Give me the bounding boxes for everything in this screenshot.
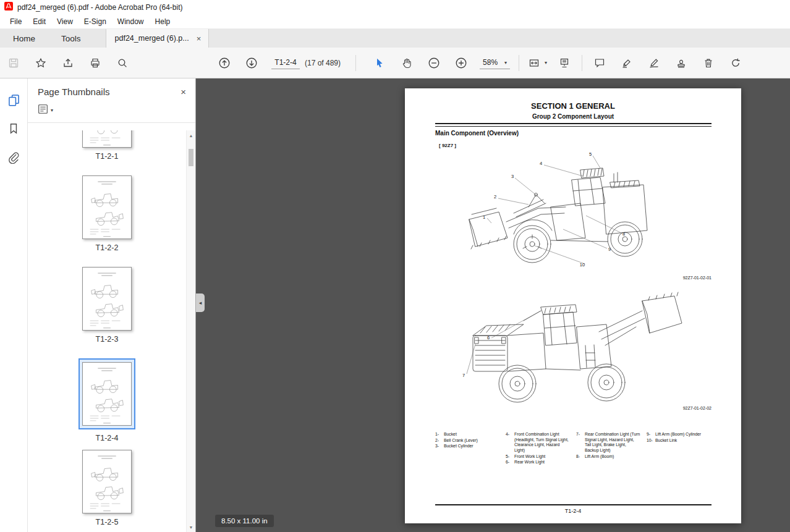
thumbnails-scrollbar[interactable]: ▲ ▼	[186, 130, 195, 532]
panel-header-block: Page Thumbnails × ▾	[28, 78, 195, 123]
save-button[interactable]	[5, 54, 22, 72]
print-button[interactable]	[87, 54, 104, 72]
page-thumbnail: T1-2-1	[82, 130, 132, 161]
hand-tool-button[interactable]	[398, 54, 415, 72]
share-button[interactable]	[59, 54, 77, 72]
stamp-button[interactable]	[673, 54, 690, 72]
callout-3: 3	[511, 174, 514, 179]
figure-2-label: 92Z7-01-02-02	[683, 406, 711, 410]
menu-window[interactable]: Window	[112, 15, 150, 28]
zoom-tool-button[interactable]	[114, 54, 131, 72]
highlight-button[interactable]	[618, 54, 635, 72]
zoom-level-dropdown[interactable]: 58% ▾	[480, 56, 510, 69]
reading-mode-button[interactable]	[556, 54, 573, 72]
thumbnail-label: T1-2-4	[96, 434, 119, 442]
collapse-panel-button[interactable]: ◂	[196, 293, 205, 312]
callout-8: 8	[622, 231, 625, 237]
thumbnail-image[interactable]	[82, 267, 132, 331]
zoom-out-button[interactable]	[425, 54, 443, 72]
callout-6: 6	[487, 335, 490, 340]
section-title: SECTION 1 GENERAL	[405, 101, 741, 111]
menu-esign[interactable]: E-Sign	[79, 15, 112, 28]
sign-pen-button[interactable]	[645, 54, 663, 72]
acrobat-logo-icon	[4, 2, 13, 13]
attachments-icon[interactable]	[5, 149, 22, 166]
document-area: ◂ SECTION 1 GENERAL Group 2 Component La…	[196, 78, 790, 532]
callout-1: 1	[483, 214, 485, 220]
part-number: 2-	[435, 438, 444, 444]
group-title: Group 2 Component Layout	[405, 113, 741, 120]
menu-help[interactable]: Help	[150, 15, 176, 28]
tab-document[interactable]: pdf24_merged (6).p... ×	[106, 29, 210, 48]
parts-column-2: 4-Front Combination Light (Headlight, Tu…	[506, 432, 576, 466]
part-item: 6-Rear Work Light	[506, 460, 576, 465]
thumbnail-image[interactable]	[82, 450, 132, 513]
chevron-down-icon[interactable]: ▾	[51, 108, 53, 113]
menu-file[interactable]: File	[4, 15, 27, 28]
page-thumbnail-selected: T1-2-4	[79, 358, 135, 442]
part-item: 1-Bucket	[435, 432, 506, 437]
page-thumbnail: T1-2-5	[82, 450, 132, 526]
titlebar: pdf24_merged (6).pdf - Adobe Acrobat Pro…	[0, 0, 790, 14]
page-thumbnail: T1-2-3	[82, 267, 132, 344]
fit-width-dropdown[interactable]: ▾	[525, 54, 547, 72]
parts-column-4: 9-Lift Arm (Boom) Cylinder 10-Bucket Lin…	[647, 432, 717, 466]
thumbnail-options-icon[interactable]	[38, 104, 48, 117]
parts-column-3: 7-Rear Combination Light (Turn Signal Li…	[576, 432, 647, 466]
part-item: 3-Bucket Cylinder	[435, 444, 506, 449]
part-number: 5-	[506, 454, 514, 460]
menu-edit[interactable]: Edit	[27, 15, 51, 28]
part-name: Rear Work Light	[514, 460, 550, 465]
scroll-up-icon[interactable]: ▲	[187, 130, 195, 140]
panel-title: Page Thumbnails	[38, 87, 109, 97]
page-number-input[interactable]: T1-2-4	[271, 56, 300, 69]
menu-view[interactable]: View	[51, 15, 79, 28]
delete-pages-button[interactable]	[700, 54, 717, 72]
acrobat-window: pdf24_merged (6).pdf - Adobe Acrobat Pro…	[0, 0, 790, 532]
close-tab-icon[interactable]: ×	[197, 35, 202, 43]
tab-tools[interactable]: Tools	[48, 29, 94, 48]
part-number: 1-	[435, 432, 444, 437]
figure-1-label: 92Z7-01-02-01	[683, 276, 711, 280]
figure-2-wheel-loader: 6 7	[451, 284, 689, 407]
content-area: Page Thumbnails × ▾ T1-2-1 T1-2-2	[0, 78, 790, 532]
page-thumbnails-icon[interactable]	[5, 91, 22, 108]
bookmarks-icon[interactable]	[5, 120, 22, 137]
part-item: 8-Lift Arm (Boom)	[576, 454, 647, 460]
main-heading: Main Component (Overview)	[435, 130, 519, 137]
tab-home-label: Home	[13, 34, 35, 43]
previous-page-button[interactable]	[216, 54, 233, 72]
toolbar-separator	[582, 55, 582, 71]
scrollbar-thumb[interactable]	[189, 149, 193, 166]
part-item: 10-Bucket Link	[647, 438, 717, 444]
tab-document-label: pdf24_merged (6).p...	[115, 34, 189, 43]
part-name: Front Work Light	[514, 454, 551, 460]
part-item: 7-Rear Combination Light (Turn Signal Li…	[576, 432, 647, 454]
callout-7: 7	[462, 373, 465, 378]
heading-rule	[435, 123, 711, 127]
comment-button[interactable]	[591, 54, 608, 72]
pdf-page[interactable]: SECTION 1 GENERAL Group 2 Component Layo…	[405, 88, 741, 523]
close-panel-icon[interactable]: ×	[181, 87, 186, 97]
part-name: Bucket Cylinder	[444, 444, 479, 449]
scroll-down-icon[interactable]: ▼	[187, 522, 195, 532]
star-button[interactable]	[32, 54, 49, 72]
thumbnail-image[interactable]	[82, 130, 132, 148]
rotate-pages-button[interactable]	[727, 54, 744, 72]
zoom-in-button[interactable]	[452, 54, 470, 72]
part-name: Lift Arm (Boom) Cylinder	[655, 432, 707, 437]
thumbnail-label: T1-2-5	[96, 518, 119, 526]
part-name: Bucket Link	[655, 438, 682, 444]
callout-4: 4	[540, 161, 542, 166]
part-item: 4-Front Combination Light (Headlight, Tu…	[506, 432, 576, 454]
thumbnail-image[interactable]	[82, 362, 132, 426]
part-number: 10-	[647, 438, 655, 444]
tab-home[interactable]: Home	[0, 29, 48, 48]
thumbnail-image[interactable]	[82, 175, 132, 239]
part-number: 9-	[647, 432, 655, 437]
next-page-button[interactable]	[243, 54, 260, 72]
part-name: Bucket	[444, 432, 462, 437]
select-tool-button[interactable]	[371, 54, 388, 72]
chevron-down-icon: ▾	[504, 60, 507, 65]
left-rail	[0, 78, 28, 532]
